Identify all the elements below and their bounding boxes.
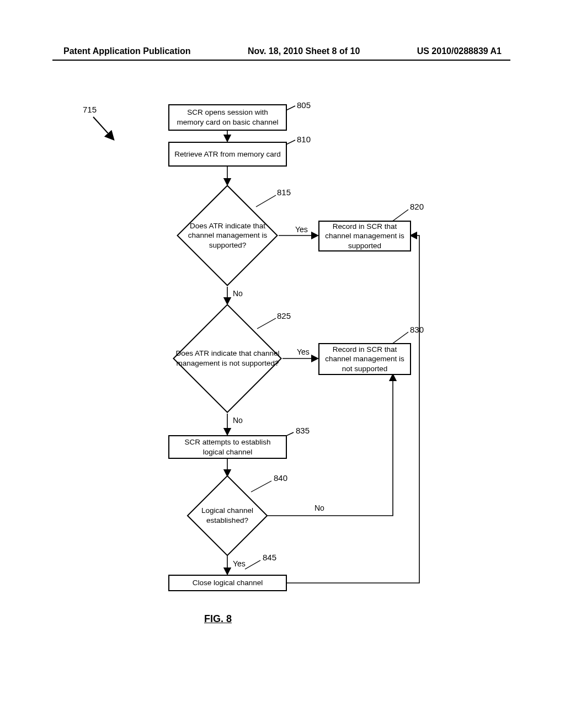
process-845: Close logical channel: [168, 575, 287, 591]
flowchart: 715 SCR opens session with memory card o…: [77, 100, 502, 652]
process-835-text: SCR attempts to establish logical channe…: [174, 437, 281, 457]
page-header: Patent Application Publication Nov. 18, …: [0, 46, 565, 56]
label-815-no: No: [233, 289, 243, 298]
label-825-yes: Yes: [297, 347, 310, 356]
label-840-yes: Yes: [233, 559, 246, 568]
ref-715: 715: [83, 105, 97, 114]
process-810: Retrieve ATR from memory card: [168, 142, 287, 167]
ref-830: 830: [410, 325, 424, 334]
ref-840: 840: [274, 473, 287, 483]
ref-845: 845: [263, 553, 276, 562]
decision-840: [186, 475, 268, 556]
connectors: [77, 100, 502, 652]
svg-line-10: [256, 195, 276, 207]
svg-line-17: [93, 117, 113, 139]
label-840-no: No: [315, 504, 324, 512]
process-805-text: SCR opens session with memory card on ba…: [174, 108, 281, 127]
header-rule: [52, 60, 510, 61]
ref-825: 825: [277, 311, 291, 320]
ref-820: 820: [410, 202, 424, 211]
process-830-text: Record in SCR that channel management is…: [324, 345, 406, 374]
ref-835: 835: [296, 426, 310, 435]
svg-line-13: [392, 332, 408, 344]
header-right: US 2010/0288839 A1: [417, 46, 502, 56]
decision-825: [173, 304, 282, 413]
figure-label: FIG. 8: [204, 613, 232, 625]
svg-line-16: [245, 560, 260, 569]
process-835: SCR attempts to establish logical channe…: [168, 435, 287, 459]
ref-810: 810: [297, 135, 311, 144]
header-left: Patent Application Publication: [63, 46, 191, 56]
svg-line-12: [257, 318, 276, 329]
svg-line-15: [251, 481, 271, 492]
process-830: Record in SCR that channel management is…: [318, 343, 411, 375]
ref-815: 815: [277, 188, 291, 197]
ref-805: 805: [297, 100, 311, 110]
process-810-text: Retrieve ATR from memory card: [174, 149, 281, 159]
process-820-text: Record in SCR that channel management is…: [324, 222, 406, 251]
label-815-yes: Yes: [295, 225, 308, 234]
header-center: Nov. 18, 2010 Sheet 8 of 10: [248, 46, 360, 56]
process-820: Record in SCR that channel management is…: [318, 221, 411, 251]
decision-815: [177, 185, 278, 286]
process-805: SCR opens session with memory card on ba…: [168, 104, 287, 131]
label-825-no: No: [233, 416, 243, 425]
process-845-text: Close logical channel: [193, 578, 263, 588]
svg-line-11: [392, 210, 408, 222]
